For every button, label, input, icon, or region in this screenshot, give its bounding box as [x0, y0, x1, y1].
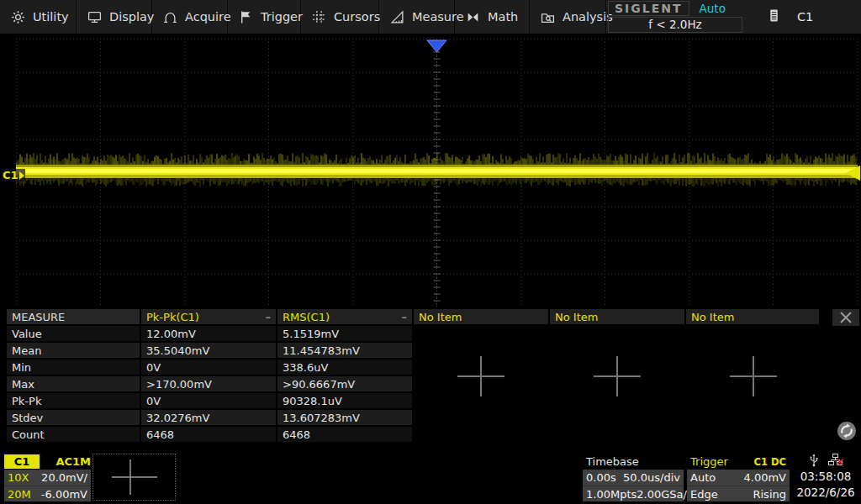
measure-row-label: Max	[7, 376, 140, 391]
measure-value-cell: >90.6667mV	[277, 376, 412, 391]
measure-value-cell: 90328.1uV	[277, 393, 412, 408]
menu-item-label: Display	[109, 10, 154, 24]
measure-value-cell: 5.1519mV	[277, 326, 412, 341]
menu-item-cursors[interactable]: Cursors	[301, 0, 379, 34]
measure-column-header[interactable]: RMS(C1)–	[277, 309, 412, 324]
clipboard-icon	[768, 8, 780, 25]
lan-disconnected-icon	[828, 454, 843, 470]
timebase-title: Timebase	[586, 455, 639, 468]
timebase-descriptor[interactable]: Timebase 0.00s50.0us/div 1.00Mpts2.00GSa…	[583, 454, 684, 501]
measure-title: MEASURE	[7, 309, 140, 324]
measure-panel: MEASUREPk-Pk(C1)–RMS(C1)–No ItemNo ItemN…	[0, 309, 861, 452]
plus-icon	[110, 458, 159, 496]
menu-item-trigger[interactable]: Trigger	[228, 0, 301, 34]
graticule-and-trace	[0, 39, 861, 307]
add-measurement-button[interactable]	[457, 353, 504, 400]
measure-row-label: Mean	[7, 343, 140, 358]
timebase-points: 1.00Mpts	[586, 488, 637, 501]
bowtie-icon	[466, 10, 480, 24]
measure-empty-cell	[414, 427, 548, 442]
cursors-grid-icon	[312, 10, 326, 24]
trigger-type: Edge	[690, 488, 718, 501]
menu-item-label: Cursors	[334, 10, 380, 24]
menu-item-measure[interactable]: Measure	[379, 0, 455, 34]
channel-bandwidth: 20M	[8, 488, 31, 501]
measure-value-cell: 32.0276mV	[141, 410, 276, 425]
channel-offset: -6.00mV	[41, 488, 87, 501]
measure-empty-cell	[550, 326, 684, 341]
measure-value-cell: 6468	[141, 427, 276, 442]
acquire-icon	[163, 10, 177, 24]
measure-value-cell: 338.6uV	[277, 360, 412, 375]
ruler-triangle-icon	[390, 10, 404, 24]
trigger-descriptor[interactable]: Trigger C1 DC Auto4.00mV EdgeRising	[687, 454, 790, 501]
clock-time: 03:58:08	[800, 469, 852, 485]
measure-value-cell: 13.607283mV	[277, 410, 412, 425]
message-channel-indicator[interactable]: C1	[744, 0, 861, 34]
measure-row-label: Pk-Pk	[7, 393, 140, 408]
measure-empty-cell	[686, 427, 819, 442]
measure-row-label: Value	[7, 326, 140, 341]
measure-value-cell: >170.00mV	[141, 376, 276, 391]
measure-value-cell: 12.00mV	[141, 326, 276, 341]
measure-column-label: Pk-Pk(C1)	[146, 311, 199, 323]
channel-marker-arrow-icon	[19, 171, 24, 180]
measure-empty-cell	[686, 326, 819, 341]
add-measurement-button[interactable]	[730, 353, 777, 400]
menu-item-display[interactable]: Display	[77, 0, 152, 34]
measure-value-cell: 0V	[141, 360, 276, 375]
menu-item-label: Math	[488, 10, 518, 24]
siglent-logo: SIGLENT	[608, 1, 689, 16]
trigger-title: Trigger	[690, 455, 728, 468]
timebase-delay: 0.00s	[586, 471, 616, 484]
measure-row-label: Count	[7, 427, 140, 442]
flag-icon	[239, 10, 253, 24]
measure-column-label: No Item	[691, 311, 734, 323]
bottom-status-bar: C1 AC1M 10X20.0mV/ 20M-6.00mV Timebase 0…	[0, 452, 861, 504]
menu-item-acquire[interactable]: Acquire	[152, 0, 228, 34]
menu-item-analysis[interactable]: Analysis	[530, 0, 606, 34]
measure-column-header[interactable]: No Item	[550, 309, 684, 324]
channel-offset-marker[interactable]: C1	[2, 169, 25, 181]
measure-value-cell: 6468	[277, 427, 412, 442]
add-channel-button[interactable]	[92, 454, 176, 501]
gear-icon	[11, 10, 25, 24]
channel-indicator-label: C1	[797, 10, 813, 24]
trigger-mode: Auto	[690, 471, 716, 484]
add-measurement-button[interactable]	[594, 353, 641, 400]
remove-measurement-button[interactable]: –	[266, 311, 272, 323]
clock-status-area: 03:58:08 2022/6/26	[793, 454, 858, 501]
top-menu-bar: UtilityDisplayAcquireTriggerCursorsMeasu…	[0, 0, 861, 36]
channel-marker-label: C1	[3, 169, 18, 181]
menu-item-label: Utility	[33, 10, 69, 24]
measure-column-label: No Item	[555, 311, 598, 323]
measure-empty-cell	[550, 410, 684, 425]
monitor-icon	[87, 10, 102, 24]
channel-probe: 10X	[8, 471, 29, 484]
waveform-display-area: C1	[0, 39, 861, 307]
folder-magnifier-icon	[541, 10, 555, 24]
channel-descriptor-c1[interactable]: C1 AC1M 10X20.0mV/ 20M-6.00mV	[4, 454, 91, 501]
channel-coupling: AC1M	[55, 455, 91, 468]
measure-column-label: No Item	[419, 311, 462, 323]
timebase-scale: 50.0us/div	[623, 471, 680, 484]
trigger-source: C1 DC	[754, 456, 786, 468]
measure-column-header[interactable]: No Item	[686, 309, 819, 324]
menu-item-label: Trigger	[261, 10, 303, 24]
measure-value-cell: 0V	[141, 393, 276, 408]
statistics-reset-button[interactable]	[836, 420, 858, 442]
menu-item-math[interactable]: Math	[455, 0, 530, 34]
remove-measurement-button[interactable]: –	[402, 311, 408, 323]
measure-value-cell: 35.5040mV	[141, 343, 276, 358]
timebase-samplerate: 2.00GSa/s	[637, 488, 692, 501]
measure-empty-cell	[414, 326, 548, 341]
measure-empty-cell	[414, 410, 548, 425]
clock-date: 2022/6/26	[796, 485, 854, 501]
measure-column-header[interactable]: Pk-Pk(C1)–	[141, 309, 276, 324]
measure-column-header[interactable]: No Item	[414, 309, 548, 324]
menu-item-utility[interactable]: Utility	[0, 0, 77, 34]
channel-scale: 20.0mV/	[41, 471, 87, 484]
measure-empty-cell	[686, 410, 819, 425]
acquisition-mode-badge: Auto	[700, 2, 726, 15]
measure-close-button[interactable]	[832, 309, 859, 326]
